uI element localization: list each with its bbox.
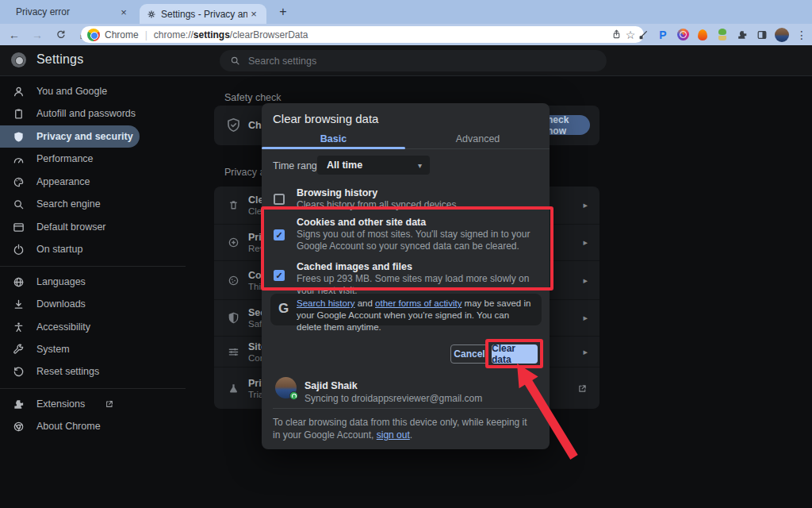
active-tab-underline	[262, 147, 405, 149]
sidebar-item-appearance[interactable]: Appearance	[0, 171, 159, 193]
trash-icon	[228, 199, 239, 211]
flame-extension-icon[interactable]	[695, 28, 710, 42]
p-extension-icon[interactable]: P	[656, 28, 670, 42]
sidebar-item-performance[interactable]: Performance	[0, 148, 159, 170]
sidebar-item-languages[interactable]: Languages	[0, 271, 159, 293]
tab-close-icon[interactable]	[247, 8, 260, 21]
sidebar-item-downloads[interactable]: Downloads	[0, 293, 159, 315]
chevron-right-icon	[583, 237, 588, 248]
google-g-logo: G	[278, 301, 289, 317]
account-sync-status: Syncing to droidappsreviewer@gmail.com	[304, 393, 482, 404]
time-range-select[interactable]: All time	[317, 156, 430, 175]
dialog-footer-text: To clear browsing data from this device …	[273, 416, 534, 441]
forward-button[interactable]	[29, 27, 45, 43]
share-icon[interactable]	[609, 28, 623, 42]
tab-close-icon[interactable]	[117, 6, 130, 18]
new-tab-button[interactable]	[274, 3, 292, 21]
sidebar-item-label: About Chrome	[36, 421, 101, 432]
flask-icon	[228, 383, 239, 394]
sidebar-item-you-and-google[interactable]: You and Google	[0, 80, 159, 102]
extensions-puzzle-icon[interactable]	[735, 28, 749, 42]
tab-settings[interactable]: Settings - Privacy and security	[140, 4, 266, 24]
account-name: Sajid Shaik	[304, 380, 358, 391]
search-history-link[interactable]: Search history	[297, 298, 355, 308]
sliders-icon	[228, 346, 239, 358]
reset-history-icon	[13, 366, 25, 378]
shield-icon	[13, 131, 25, 143]
sidebar-item-reset-settings[interactable]: Reset settings	[0, 360, 159, 383]
browser-window: Privacy error Settings - Privacy and sec…	[0, 0, 812, 508]
sidebar-item-on-startup[interactable]: On startup	[0, 238, 159, 260]
settings-header: Settings Search settings	[0, 45, 812, 76]
sidebar-item-label: System	[36, 344, 70, 355]
sidebar-item-about-chrome[interactable]: About Chrome	[0, 415, 159, 437]
reload-button[interactable]	[52, 27, 68, 43]
chrome-favicon	[87, 29, 100, 41]
browsing-history-checkbox[interactable]	[274, 194, 285, 205]
url-host: settings	[193, 29, 230, 40]
sidebar-item-system[interactable]: System	[0, 338, 159, 360]
page-title: Settings	[36, 52, 83, 67]
sign-out-link[interactable]: sign out	[377, 429, 410, 441]
address-bar[interactable]: Chrome | chrome://settings/clearBrowserD…	[81, 26, 644, 43]
browser-menu-icon[interactable]	[795, 28, 809, 42]
chevron-right-icon	[583, 347, 588, 357]
tab-advanced[interactable]: Advanced	[406, 129, 550, 148]
url-scheme: chrome://	[154, 29, 193, 40]
annotation-box-clear-data	[485, 339, 543, 368]
power-icon	[13, 244, 25, 256]
footer-text-post: .	[410, 429, 412, 441]
sidebar-item-label: Reset settings	[36, 366, 99, 377]
tab-strip: Privacy error Settings - Privacy and sec…	[0, 0, 812, 24]
globe-icon	[13, 276, 25, 288]
back-button[interactable]	[6, 27, 22, 43]
chevron-right-icon	[583, 200, 588, 210]
speedometer-icon	[13, 153, 25, 165]
download-icon	[13, 298, 25, 310]
sync-badge-icon	[289, 391, 298, 400]
tab-basic[interactable]: Basic	[262, 129, 405, 148]
wrench-icon	[13, 344, 25, 356]
external-link-icon	[577, 383, 588, 394]
sidebar-item-autofill[interactable]: Autofill and passwords	[0, 102, 159, 125]
sidebar-item-extensions[interactable]: Extensions	[0, 393, 159, 415]
clipboard-icon	[13, 108, 25, 120]
privacy-guide-icon	[228, 237, 239, 248]
sidebar-item-default-browser[interactable]: Default browser	[0, 216, 159, 238]
cancel-button[interactable]: Cancel	[450, 344, 488, 364]
side-panel-icon[interactable]	[755, 28, 769, 42]
search-placeholder: Search settings	[248, 56, 316, 67]
browser-window-icon	[13, 221, 25, 233]
profile-avatar[interactable]	[775, 28, 789, 42]
security-shield-icon	[228, 312, 239, 324]
sidebar-item-label: You and Google	[36, 86, 107, 97]
sidebar-item-label: Search engine	[36, 198, 101, 210]
sidebar-divider	[0, 266, 186, 267]
camera-extension-icon[interactable]	[676, 28, 690, 42]
sidebar-item-label: Autofill and passwords	[36, 108, 136, 119]
sidebar-item-label: Accessibility	[36, 321, 90, 333]
tab-title: Settings - Privacy and security	[161, 9, 247, 20]
sidebar-item-privacy-security[interactable]: Privacy and security	[0, 125, 159, 148]
tab-privacy-error[interactable]: Privacy error	[8, 0, 136, 24]
time-range-value: All time	[327, 160, 418, 171]
dialog-divider	[273, 408, 538, 409]
google-account-notice: G Search history and other forms of acti…	[270, 294, 542, 325]
plant-extension-icon[interactable]	[715, 28, 730, 42]
external-link-icon	[105, 399, 114, 409]
time-range-label: Time range	[273, 160, 323, 171]
search-icon	[13, 198, 25, 210]
sidebar-item-search-engine[interactable]: Search engine	[0, 193, 159, 215]
sidebar-item-label: On startup	[36, 244, 82, 255]
sidebar-item-label: Default browser	[36, 221, 106, 233]
shield-check-icon	[226, 117, 241, 133]
eyedropper-extension-icon[interactable]	[636, 28, 650, 42]
address-separator: |	[145, 29, 147, 40]
sidebar-item-accessibility[interactable]: Accessibility	[0, 316, 159, 338]
search-settings-input[interactable]: Search settings	[220, 50, 607, 71]
address-brand: Chrome	[105, 29, 139, 40]
other-activity-link[interactable]: other forms of activity	[375, 298, 462, 308]
safety-check-heading: Safety check	[224, 92, 282, 103]
search-icon	[230, 56, 240, 66]
sidebar-item-label: Appearance	[36, 176, 90, 187]
